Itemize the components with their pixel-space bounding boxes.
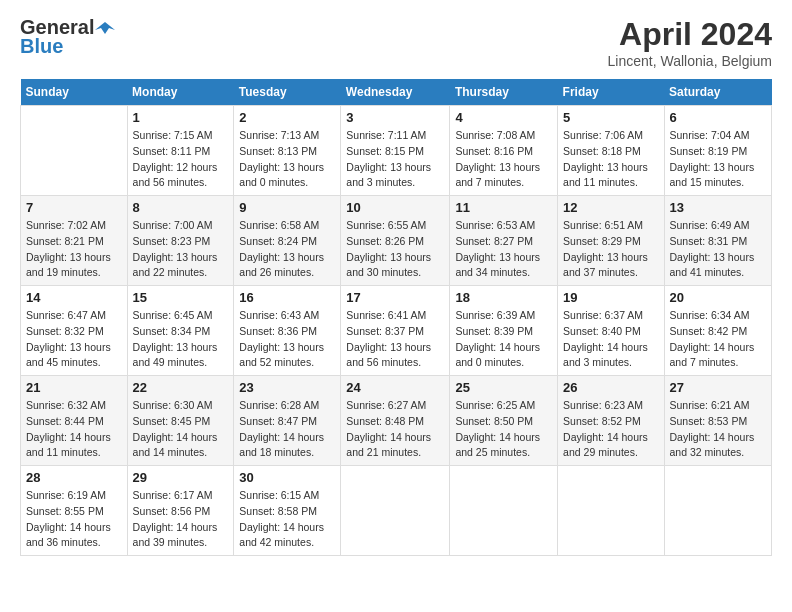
col-header-saturday: Saturday	[664, 79, 772, 106]
calendar-cell: 3Sunrise: 7:11 AMSunset: 8:15 PMDaylight…	[341, 106, 450, 196]
calendar-cell: 11Sunrise: 6:53 AMSunset: 8:27 PMDayligh…	[450, 196, 558, 286]
day-info: Sunrise: 6:15 AMSunset: 8:58 PMDaylight:…	[239, 488, 335, 551]
col-header-friday: Friday	[558, 79, 664, 106]
day-info: Sunrise: 6:19 AMSunset: 8:55 PMDaylight:…	[26, 488, 122, 551]
day-number: 3	[346, 110, 444, 125]
calendar-week-row: 1Sunrise: 7:15 AMSunset: 8:11 PMDaylight…	[21, 106, 772, 196]
day-info: Sunrise: 7:15 AMSunset: 8:11 PMDaylight:…	[133, 128, 229, 191]
calendar-cell: 25Sunrise: 6:25 AMSunset: 8:50 PMDayligh…	[450, 376, 558, 466]
calendar-week-row: 7Sunrise: 7:02 AMSunset: 8:21 PMDaylight…	[21, 196, 772, 286]
day-info: Sunrise: 7:00 AMSunset: 8:23 PMDaylight:…	[133, 218, 229, 281]
day-number: 16	[239, 290, 335, 305]
col-header-thursday: Thursday	[450, 79, 558, 106]
day-number: 18	[455, 290, 552, 305]
calendar-cell: 1Sunrise: 7:15 AMSunset: 8:11 PMDaylight…	[127, 106, 234, 196]
day-info: Sunrise: 6:51 AMSunset: 8:29 PMDaylight:…	[563, 218, 658, 281]
day-number: 4	[455, 110, 552, 125]
day-number: 24	[346, 380, 444, 395]
day-number: 21	[26, 380, 122, 395]
calendar-cell: 9Sunrise: 6:58 AMSunset: 8:24 PMDaylight…	[234, 196, 341, 286]
calendar-cell: 16Sunrise: 6:43 AMSunset: 8:36 PMDayligh…	[234, 286, 341, 376]
day-number: 15	[133, 290, 229, 305]
day-info: Sunrise: 6:21 AMSunset: 8:53 PMDaylight:…	[670, 398, 767, 461]
day-info: Sunrise: 6:25 AMSunset: 8:50 PMDaylight:…	[455, 398, 552, 461]
day-number: 8	[133, 200, 229, 215]
day-number: 13	[670, 200, 767, 215]
day-info: Sunrise: 7:11 AMSunset: 8:15 PMDaylight:…	[346, 128, 444, 191]
calendar-cell: 18Sunrise: 6:39 AMSunset: 8:39 PMDayligh…	[450, 286, 558, 376]
calendar-cell: 2Sunrise: 7:13 AMSunset: 8:13 PMDaylight…	[234, 106, 341, 196]
logo-bird-icon	[95, 18, 115, 38]
col-header-sunday: Sunday	[21, 79, 128, 106]
calendar-cell: 7Sunrise: 7:02 AMSunset: 8:21 PMDaylight…	[21, 196, 128, 286]
calendar-cell: 27Sunrise: 6:21 AMSunset: 8:53 PMDayligh…	[664, 376, 772, 466]
calendar-cell: 8Sunrise: 7:00 AMSunset: 8:23 PMDaylight…	[127, 196, 234, 286]
calendar-cell: 17Sunrise: 6:41 AMSunset: 8:37 PMDayligh…	[341, 286, 450, 376]
calendar-header-row: SundayMondayTuesdayWednesdayThursdayFrid…	[21, 79, 772, 106]
day-info: Sunrise: 6:30 AMSunset: 8:45 PMDaylight:…	[133, 398, 229, 461]
day-info: Sunrise: 6:34 AMSunset: 8:42 PMDaylight:…	[670, 308, 767, 371]
day-number: 14	[26, 290, 122, 305]
day-info: Sunrise: 6:58 AMSunset: 8:24 PMDaylight:…	[239, 218, 335, 281]
day-number: 7	[26, 200, 122, 215]
day-info: Sunrise: 6:39 AMSunset: 8:39 PMDaylight:…	[455, 308, 552, 371]
day-info: Sunrise: 6:23 AMSunset: 8:52 PMDaylight:…	[563, 398, 658, 461]
day-number: 26	[563, 380, 658, 395]
col-header-tuesday: Tuesday	[234, 79, 341, 106]
location-subtitle: Lincent, Wallonia, Belgium	[608, 53, 772, 69]
day-number: 22	[133, 380, 229, 395]
day-number: 27	[670, 380, 767, 395]
calendar-cell: 6Sunrise: 7:04 AMSunset: 8:19 PMDaylight…	[664, 106, 772, 196]
day-number: 20	[670, 290, 767, 305]
day-number: 23	[239, 380, 335, 395]
logo: General Blue	[20, 16, 116, 58]
page-header: General Blue April 2024 Lincent, Walloni…	[20, 16, 772, 69]
calendar-week-row: 21Sunrise: 6:32 AMSunset: 8:44 PMDayligh…	[21, 376, 772, 466]
day-number: 19	[563, 290, 658, 305]
day-number: 12	[563, 200, 658, 215]
day-info: Sunrise: 6:41 AMSunset: 8:37 PMDaylight:…	[346, 308, 444, 371]
calendar-cell: 14Sunrise: 6:47 AMSunset: 8:32 PMDayligh…	[21, 286, 128, 376]
day-info: Sunrise: 6:17 AMSunset: 8:56 PMDaylight:…	[133, 488, 229, 551]
day-number: 11	[455, 200, 552, 215]
day-info: Sunrise: 6:55 AMSunset: 8:26 PMDaylight:…	[346, 218, 444, 281]
col-header-monday: Monday	[127, 79, 234, 106]
day-info: Sunrise: 6:49 AMSunset: 8:31 PMDaylight:…	[670, 218, 767, 281]
title-area: April 2024 Lincent, Wallonia, Belgium	[608, 16, 772, 69]
calendar-week-row: 28Sunrise: 6:19 AMSunset: 8:55 PMDayligh…	[21, 466, 772, 556]
calendar-cell: 28Sunrise: 6:19 AMSunset: 8:55 PMDayligh…	[21, 466, 128, 556]
calendar-cell: 12Sunrise: 6:51 AMSunset: 8:29 PMDayligh…	[558, 196, 664, 286]
calendar-cell: 29Sunrise: 6:17 AMSunset: 8:56 PMDayligh…	[127, 466, 234, 556]
month-year-title: April 2024	[608, 16, 772, 53]
day-info: Sunrise: 6:27 AMSunset: 8:48 PMDaylight:…	[346, 398, 444, 461]
calendar-cell: 30Sunrise: 6:15 AMSunset: 8:58 PMDayligh…	[234, 466, 341, 556]
day-info: Sunrise: 7:06 AMSunset: 8:18 PMDaylight:…	[563, 128, 658, 191]
calendar-cell	[664, 466, 772, 556]
day-number: 6	[670, 110, 767, 125]
day-number: 2	[239, 110, 335, 125]
day-number: 30	[239, 470, 335, 485]
day-number: 1	[133, 110, 229, 125]
day-info: Sunrise: 6:47 AMSunset: 8:32 PMDaylight:…	[26, 308, 122, 371]
calendar-cell: 4Sunrise: 7:08 AMSunset: 8:16 PMDaylight…	[450, 106, 558, 196]
calendar-cell: 20Sunrise: 6:34 AMSunset: 8:42 PMDayligh…	[664, 286, 772, 376]
calendar-cell: 5Sunrise: 7:06 AMSunset: 8:18 PMDaylight…	[558, 106, 664, 196]
calendar-cell: 23Sunrise: 6:28 AMSunset: 8:47 PMDayligh…	[234, 376, 341, 466]
calendar-cell: 21Sunrise: 6:32 AMSunset: 8:44 PMDayligh…	[21, 376, 128, 466]
calendar-cell	[450, 466, 558, 556]
calendar-cell: 22Sunrise: 6:30 AMSunset: 8:45 PMDayligh…	[127, 376, 234, 466]
calendar-cell: 19Sunrise: 6:37 AMSunset: 8:40 PMDayligh…	[558, 286, 664, 376]
day-number: 28	[26, 470, 122, 485]
day-number: 9	[239, 200, 335, 215]
day-info: Sunrise: 6:32 AMSunset: 8:44 PMDaylight:…	[26, 398, 122, 461]
day-info: Sunrise: 6:37 AMSunset: 8:40 PMDaylight:…	[563, 308, 658, 371]
day-info: Sunrise: 6:43 AMSunset: 8:36 PMDaylight:…	[239, 308, 335, 371]
calendar-cell: 15Sunrise: 6:45 AMSunset: 8:34 PMDayligh…	[127, 286, 234, 376]
calendar-cell	[558, 466, 664, 556]
day-number: 25	[455, 380, 552, 395]
col-header-wednesday: Wednesday	[341, 79, 450, 106]
day-number: 10	[346, 200, 444, 215]
day-number: 29	[133, 470, 229, 485]
day-info: Sunrise: 7:02 AMSunset: 8:21 PMDaylight:…	[26, 218, 122, 281]
day-number: 17	[346, 290, 444, 305]
